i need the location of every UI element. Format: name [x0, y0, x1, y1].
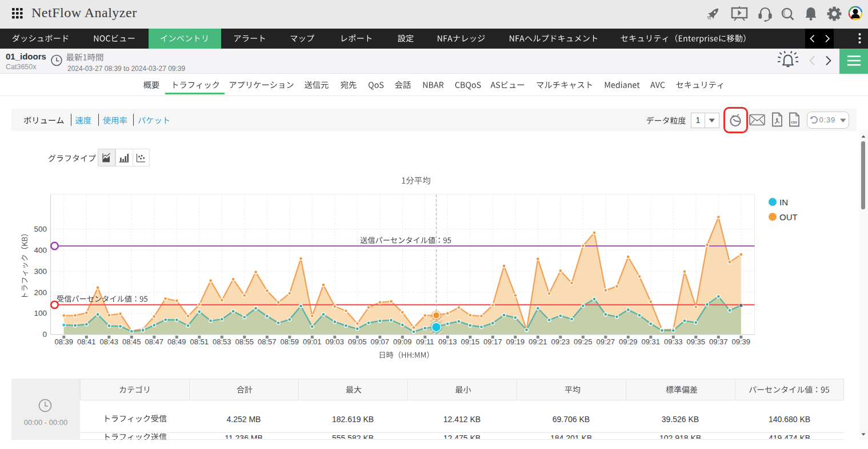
svg-text:csv: csv [791, 120, 797, 124]
